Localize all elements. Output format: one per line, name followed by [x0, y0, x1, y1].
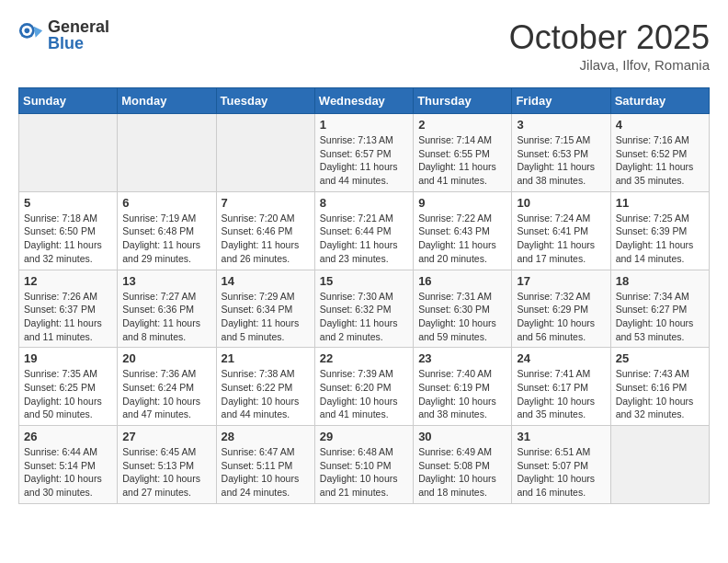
calendar-table: SundayMondayTuesdayWednesdayThursdayFrid…	[18, 87, 710, 504]
day-info: Sunrise: 6:49 AM Sunset: 5:08 PM Dayligh…	[418, 445, 506, 500]
day-number: 29	[320, 430, 408, 443]
day-number: 7	[222, 196, 310, 210]
calendar-cell: 29Sunrise: 6:48 AM Sunset: 5:10 PM Dayli…	[314, 426, 413, 504]
calendar-cell: 11Sunrise: 7:25 AM Sunset: 6:39 PM Dayli…	[610, 191, 709, 270]
calendar-cell: 8Sunrise: 7:21 AM Sunset: 6:44 PM Daylig…	[314, 191, 413, 270]
day-number: 18	[616, 274, 704, 288]
day-info: Sunrise: 7:29 AM Sunset: 6:34 PM Dayligh…	[222, 290, 310, 344]
day-number: 8	[320, 196, 408, 210]
svg-marker-3	[34, 27, 42, 38]
day-info: Sunrise: 6:47 AM Sunset: 5:11 PM Dayligh…	[222, 445, 310, 500]
calendar-cell: 3Sunrise: 7:15 AM Sunset: 6:53 PM Daylig…	[512, 114, 610, 192]
day-info: Sunrise: 6:51 AM Sunset: 5:07 PM Dayligh…	[517, 445, 605, 500]
calendar-cell: 15Sunrise: 7:30 AM Sunset: 6:32 PM Dayli…	[314, 270, 413, 348]
calendar-cell: 1Sunrise: 7:13 AM Sunset: 6:57 PM Daylig…	[314, 114, 413, 192]
logo-general: General	[48, 18, 109, 35]
calendar-cell: 19Sunrise: 7:35 AM Sunset: 6:25 PM Dayli…	[19, 348, 118, 426]
calendar-week-3: 12Sunrise: 7:26 AM Sunset: 6:37 PM Dayli…	[19, 270, 710, 348]
day-number: 3	[517, 118, 605, 132]
calendar-cell: 2Sunrise: 7:14 AM Sunset: 6:55 PM Daylig…	[414, 114, 512, 192]
calendar-cell: 14Sunrise: 7:29 AM Sunset: 6:34 PM Dayli…	[216, 270, 314, 348]
day-number: 21	[222, 351, 310, 365]
calendar-cell: 16Sunrise: 7:31 AM Sunset: 6:30 PM Dayli…	[414, 270, 512, 348]
day-info: Sunrise: 7:14 AM Sunset: 6:55 PM Dayligh…	[418, 133, 506, 188]
day-number: 24	[517, 351, 605, 365]
calendar-cell: 30Sunrise: 6:49 AM Sunset: 5:08 PM Dayli…	[414, 426, 512, 504]
calendar-week-4: 19Sunrise: 7:35 AM Sunset: 6:25 PM Dayli…	[19, 348, 710, 426]
day-info: Sunrise: 7:19 AM Sunset: 6:48 PM Dayligh…	[122, 212, 210, 266]
day-info: Sunrise: 7:43 AM Sunset: 6:16 PM Dayligh…	[616, 367, 704, 421]
calendar-cell	[118, 114, 216, 192]
day-number: 19	[24, 351, 112, 365]
header-monday: Monday	[118, 88, 216, 114]
day-info: Sunrise: 7:22 AM Sunset: 6:43 PM Dayligh…	[418, 212, 506, 266]
day-number: 5	[24, 196, 112, 210]
day-number: 1	[320, 118, 408, 132]
calendar-cell: 7Sunrise: 7:20 AM Sunset: 6:46 PM Daylig…	[216, 191, 314, 270]
day-number: 13	[122, 274, 210, 288]
day-info: Sunrise: 7:16 AM Sunset: 6:52 PM Dayligh…	[616, 133, 704, 188]
day-info: Sunrise: 7:38 AM Sunset: 6:22 PM Dayligh…	[222, 367, 310, 421]
day-number: 14	[222, 274, 310, 288]
calendar-cell	[610, 426, 709, 504]
calendar-cell: 5Sunrise: 7:18 AM Sunset: 6:50 PM Daylig…	[19, 191, 118, 270]
calendar-cell: 23Sunrise: 7:40 AM Sunset: 6:19 PM Dayli…	[414, 348, 512, 426]
day-info: Sunrise: 7:41 AM Sunset: 6:17 PM Dayligh…	[517, 367, 605, 421]
day-info: Sunrise: 7:13 AM Sunset: 6:57 PM Dayligh…	[320, 133, 408, 188]
calendar-cell: 18Sunrise: 7:34 AM Sunset: 6:27 PM Dayli…	[610, 270, 709, 348]
calendar-cell: 28Sunrise: 6:47 AM Sunset: 5:11 PM Dayli…	[216, 426, 314, 504]
calendar-cell	[216, 114, 314, 192]
day-number: 10	[517, 196, 605, 210]
header-saturday: Saturday	[610, 88, 709, 114]
day-number: 9	[418, 196, 506, 210]
day-info: Sunrise: 7:26 AM Sunset: 6:37 PM Dayligh…	[24, 290, 112, 344]
calendar-cell: 4Sunrise: 7:16 AM Sunset: 6:52 PM Daylig…	[610, 114, 709, 192]
calendar-cell: 24Sunrise: 7:41 AM Sunset: 6:17 PM Dayli…	[512, 348, 610, 426]
calendar-cell: 31Sunrise: 6:51 AM Sunset: 5:07 PM Dayli…	[512, 426, 610, 504]
calendar-cell: 26Sunrise: 6:44 AM Sunset: 5:14 PM Dayli…	[19, 426, 118, 504]
day-info: Sunrise: 7:25 AM Sunset: 6:39 PM Dayligh…	[616, 212, 704, 266]
day-info: Sunrise: 7:35 AM Sunset: 6:25 PM Dayligh…	[24, 367, 112, 421]
calendar-cell: 12Sunrise: 7:26 AM Sunset: 6:37 PM Dayli…	[19, 270, 118, 348]
logo-blue: Blue	[48, 35, 109, 52]
day-number: 16	[418, 274, 506, 288]
day-number: 28	[222, 430, 310, 443]
day-number: 2	[418, 118, 506, 132]
day-number: 26	[24, 430, 112, 443]
day-number: 17	[517, 274, 605, 288]
header-tuesday: Tuesday	[216, 88, 314, 114]
header-friday: Friday	[512, 88, 610, 114]
day-number: 22	[320, 351, 408, 365]
calendar-week-2: 5Sunrise: 7:18 AM Sunset: 6:50 PM Daylig…	[19, 191, 710, 270]
day-number: 6	[122, 196, 210, 210]
logo: General Blue	[18, 18, 109, 52]
day-info: Sunrise: 7:21 AM Sunset: 6:44 PM Dayligh…	[320, 212, 408, 266]
day-info: Sunrise: 7:31 AM Sunset: 6:30 PM Dayligh…	[418, 290, 506, 344]
calendar-cell	[19, 114, 118, 192]
day-number: 27	[122, 430, 210, 443]
logo-text: General Blue	[48, 18, 109, 52]
day-number: 15	[320, 274, 408, 288]
location: Jilava, Ilfov, Romania	[509, 57, 710, 73]
day-info: Sunrise: 6:48 AM Sunset: 5:10 PM Dayligh…	[320, 445, 408, 500]
day-info: Sunrise: 7:39 AM Sunset: 6:20 PM Dayligh…	[320, 367, 408, 421]
day-info: Sunrise: 7:32 AM Sunset: 6:29 PM Dayligh…	[517, 290, 605, 344]
day-number: 23	[418, 351, 506, 365]
day-number: 11	[616, 196, 704, 210]
header-sunday: Sunday	[19, 88, 118, 114]
day-info: Sunrise: 7:15 AM Sunset: 6:53 PM Dayligh…	[517, 133, 605, 188]
day-info: Sunrise: 7:34 AM Sunset: 6:27 PM Dayligh…	[616, 290, 704, 344]
calendar-cell: 20Sunrise: 7:36 AM Sunset: 6:24 PM Dayli…	[118, 348, 216, 426]
logo-icon	[18, 22, 44, 48]
title-block: October 2025 Jilava, Ilfov, Romania	[509, 18, 710, 73]
page-header: General Blue October 2025 Jilava, Ilfov,…	[18, 18, 710, 73]
svg-point-2	[25, 29, 30, 34]
calendar-week-1: 1Sunrise: 7:13 AM Sunset: 6:57 PM Daylig…	[19, 114, 710, 192]
day-info: Sunrise: 7:36 AM Sunset: 6:24 PM Dayligh…	[122, 367, 210, 421]
day-info: Sunrise: 7:30 AM Sunset: 6:32 PM Dayligh…	[320, 290, 408, 344]
calendar-cell: 22Sunrise: 7:39 AM Sunset: 6:20 PM Dayli…	[314, 348, 413, 426]
calendar-cell: 21Sunrise: 7:38 AM Sunset: 6:22 PM Dayli…	[216, 348, 314, 426]
calendar-cell: 25Sunrise: 7:43 AM Sunset: 6:16 PM Dayli…	[610, 348, 709, 426]
day-info: Sunrise: 6:44 AM Sunset: 5:14 PM Dayligh…	[24, 445, 112, 500]
day-info: Sunrise: 7:40 AM Sunset: 6:19 PM Dayligh…	[418, 367, 506, 421]
